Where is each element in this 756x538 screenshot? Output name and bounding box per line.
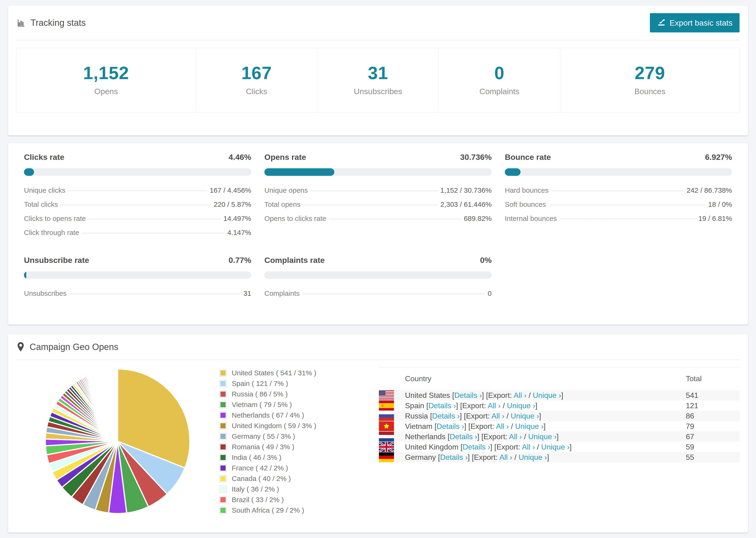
rate-row-label: Click through rate: [24, 228, 79, 237]
legend-item[interactable]: Canada ( 40 / 2% ): [220, 475, 351, 483]
geo-pie-chart[interactable]: [16, 364, 204, 520]
legend-swatch: [220, 433, 227, 440]
details-link[interactable]: Details ›: [432, 412, 460, 420]
export-label: ] [Export:: [477, 432, 509, 441]
country-total: 121: [686, 401, 740, 411]
geo-table-row: United Kingdom [Details ›] [Export: All …: [379, 442, 740, 452]
legend-item[interactable]: Italy ( 36 / 2% ): [220, 485, 351, 493]
rate-section: Complaints rate 0% Complaints 0: [264, 256, 492, 303]
stat-value: 279: [560, 63, 739, 83]
rate-row-value: 689.82%: [464, 214, 492, 223]
page-title-text: Tracking stats: [30, 18, 86, 28]
export-icon: [657, 17, 666, 28]
legend-item[interactable]: Netherlands ( 67 / 4% ): [220, 411, 351, 419]
header-divider: [17, 40, 739, 40]
rate-section: Clicks rate 4.46% Unique clicks 167 / 4.…: [24, 153, 251, 242]
export-all-link[interactable]: All ›: [509, 432, 522, 441]
legend-swatch: [220, 507, 227, 514]
export-unique-link[interactable]: Unique ›: [528, 432, 557, 441]
summary-stat-cell: 279 Bounces: [560, 48, 739, 112]
rate-row-value: 18 / 0%: [708, 200, 732, 209]
details-link[interactable]: Details ›: [454, 391, 482, 400]
details-link[interactable]: Details ›: [450, 432, 477, 441]
legend-label: South Africa ( 29 / 2% ): [232, 506, 304, 514]
export-all-link[interactable]: All ›: [488, 402, 501, 410]
summary-stat-cell: 167 Clicks: [196, 48, 317, 112]
rate-detail-row: Total opens 2,303 / 61.446%: [264, 200, 492, 209]
export-unique-link[interactable]: Unique ›: [541, 443, 569, 451]
legend-item[interactable]: Romania ( 49 / 3% ): [220, 443, 351, 451]
details-link[interactable]: Details ›: [437, 422, 464, 430]
geo-title: Campaign Geo Opens: [17, 342, 118, 352]
legend-swatch: [220, 443, 227, 451]
rate-value: 0%: [480, 256, 492, 265]
legend-item[interactable]: Vietnam ( 79 / 5% ): [220, 401, 351, 409]
export-unique-link[interactable]: Unique ›: [533, 391, 561, 400]
country-cell: United Kingdom [Details ›] [Export: All …: [405, 442, 686, 452]
geo-content: United States ( 541 / 31% ) Spain ( 121 …: [8, 360, 748, 532]
rate-progress-fill: [24, 271, 26, 279]
export-all-link[interactable]: All ›: [496, 422, 509, 430]
bracket: ]: [569, 443, 572, 451]
summary-stats-row: 1,152 Opens 167 Clicks 31 Unsubscribes 0…: [16, 48, 740, 113]
export-basic-stats-button[interactable]: Export basic stats: [650, 13, 739, 32]
country-flag-cell: [379, 452, 405, 462]
rate-title: Bounce rate: [505, 153, 551, 162]
rate-row-label: Opens to clicks rate: [264, 214, 326, 223]
legend-label: Canada ( 40 / 2% ): [232, 475, 291, 483]
rate-detail-row: Unsubscribes 31: [24, 289, 251, 297]
export-all-link[interactable]: All ›: [522, 443, 535, 451]
export-label: ] [Export:: [482, 391, 513, 400]
country-flag-cell: [379, 390, 405, 401]
export-label: ] [Export:: [460, 412, 491, 420]
country-flag-cell: [379, 442, 405, 452]
rate-row-value: 220 / 5.87%: [214, 200, 251, 209]
legend-label: United States ( 541 / 31% ): [232, 369, 316, 377]
summary-stat-cell: 1,152 Opens: [17, 48, 196, 112]
export-all-link[interactable]: All ›: [491, 412, 504, 420]
export-unique-link[interactable]: Unique ›: [511, 412, 539, 420]
rate-progress-bar: [24, 271, 251, 279]
export-unique-link[interactable]: Unique ›: [515, 422, 544, 430]
stat-value: 31: [317, 63, 439, 83]
rate-detail-row: Soft bounces 18 / 0%: [505, 200, 732, 209]
bracket: ]: [539, 412, 541, 420]
bracket: [: [452, 391, 454, 400]
country-cell: Spain [Details ›] [Export: All › / Uniqu…: [405, 401, 686, 411]
details-link[interactable]: Details ›: [440, 453, 467, 461]
rate-row-label: Complaints: [264, 289, 299, 297]
legend-item[interactable]: Brazil ( 33 / 2% ): [220, 496, 351, 504]
rate-section: Unsubscribe rate 0.77% Unsubscribes 31: [24, 256, 251, 303]
legend-item[interactable]: South Africa ( 29 / 2% ): [220, 506, 351, 514]
legend-swatch: [220, 422, 227, 429]
legend-item[interactable]: India ( 46 / 3% ): [220, 454, 351, 461]
legend-item[interactable]: France ( 42 / 2% ): [220, 464, 351, 472]
legend-item[interactable]: Germany ( 55 / 3% ): [220, 432, 351, 440]
country-flag-cell: [379, 421, 405, 431]
legend-item[interactable]: Spain ( 121 / 7% ): [220, 380, 351, 388]
geo-table-row: Spain [Details ›] [Export: All › / Uniqu…: [379, 401, 740, 411]
legend-item[interactable]: Russia ( 86 / 5% ): [220, 390, 351, 398]
country-cell: Netherlands [Details ›] [Export: All › /…: [405, 431, 686, 442]
export-unique-link[interactable]: Unique ›: [519, 453, 547, 461]
details-link[interactable]: Details ›: [462, 443, 490, 451]
details-link[interactable]: Details ›: [428, 402, 456, 410]
export-all-link[interactable]: All ›: [499, 453, 512, 461]
bracket: ]: [557, 432, 559, 441]
rate-value: 30.736%: [460, 153, 492, 162]
legend-swatch: [220, 464, 227, 471]
slash: /: [512, 453, 519, 461]
dotted-leader: [303, 205, 437, 205]
country-name: United Kingdom: [405, 443, 460, 451]
country-total: 59: [686, 442, 740, 452]
legend-item[interactable]: United Kingdom ( 59 / 3% ): [220, 422, 351, 430]
rate-row-value: 167 / 4.456%: [210, 186, 251, 194]
geo-pie-legend: United States ( 541 / 31% ) Spain ( 121 …: [220, 369, 351, 517]
country-name: Russia: [405, 412, 430, 420]
rate-value: 4.46%: [229, 153, 251, 162]
rates-card: Clicks rate 4.46% Unique clicks 167 / 4.…: [8, 143, 748, 325]
rate-progress-bar: [264, 168, 492, 176]
legend-item[interactable]: United States ( 541 / 31% ): [220, 369, 351, 377]
export-unique-link[interactable]: Unique ›: [507, 402, 535, 410]
export-all-link[interactable]: All ›: [513, 391, 526, 400]
